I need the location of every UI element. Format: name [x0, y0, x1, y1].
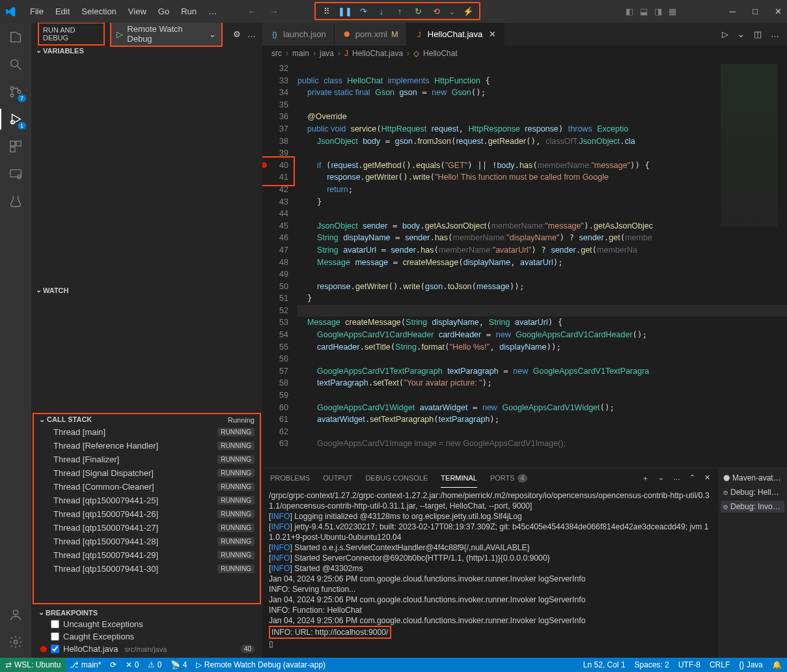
file-icon: {} [270, 30, 279, 39]
nav-back-icon[interactable]: ← [248, 7, 256, 16]
maximize-panel-icon[interactable]: ⌃ [689, 473, 695, 483]
search-icon[interactable] [8, 57, 23, 72]
account-icon[interactable] [8, 607, 23, 623]
new-terminal-icon[interactable]: ＋ [642, 473, 649, 483]
testing-icon[interactable] [8, 193, 23, 209]
callstack-thread[interactable]: Thread [qtp1500079441-30]RUNNING [34, 562, 260, 576]
menu-selection[interactable]: Selection [76, 4, 121, 19]
tab-ports[interactable]: PORTS4 [490, 469, 527, 487]
maximize-icon[interactable]: □ [752, 7, 758, 16]
encoding[interactable]: UTF-8 [678, 660, 700, 669]
step-into-icon[interactable]: ↓ [376, 5, 387, 17]
more-icon[interactable]: … [673, 473, 680, 483]
terminal-output[interactable]: /grpc/grpc-context/1.27.2/grpc-context-1… [262, 488, 718, 658]
step-over-icon[interactable]: ↷ [357, 5, 369, 17]
variables-section: ⌄VARIABLES [31, 45, 262, 285]
remote-icon[interactable] [8, 166, 23, 182]
menu-run[interactable]: Run [176, 4, 202, 19]
chevron-down-icon[interactable]: ⌄ [658, 473, 664, 483]
watch-header[interactable]: ⌄WATCH [31, 285, 262, 296]
sync-icon[interactable]: ⟳ [110, 660, 117, 669]
minimap[interactable] [721, 64, 778, 227]
debug-config-select[interactable]: ▷ Remote Watch Debug ⌄ [110, 23, 223, 47]
breakpoints-header[interactable]: ⌄BREAKPOINTS [34, 607, 260, 618]
menu-go[interactable]: Go [153, 4, 174, 19]
callstack-thread[interactable]: Thread [Finalizer]RUNNING [34, 453, 260, 466]
hot-reload-icon[interactable]: ⚡ [462, 5, 474, 17]
gear-icon[interactable] [8, 634, 23, 650]
callstack-thread[interactable]: Thread [qtp1500079441-28]RUNNING [34, 535, 260, 548]
activity-bar: 7 1 [0, 23, 31, 658]
editor-tab[interactable]: ⬣pom.xmlM [335, 23, 407, 46]
language[interactable]: {} Java [739, 660, 763, 669]
terminal-instance[interactable]: ⌾Debug: Invo… [721, 501, 784, 512]
breadcrumb[interactable]: src› main› java› JHelloChat.java› ◇Hello… [262, 46, 787, 61]
nav-fwd-icon[interactable]: → [269, 7, 278, 16]
tab-problems[interactable]: PROBLEMS [270, 469, 310, 487]
chevron-down-icon[interactable]: ⌄ [738, 29, 745, 39]
debug-toolbar: ⠿ ❚❚ ↷ ↓ ↑ ↻ ⟲ ⌄ ⚡ [314, 2, 480, 20]
titlebar: File Edit Selection View Go Run … ← → ⠿ … [0, 0, 787, 23]
indent[interactable]: Spaces: 2 [635, 660, 669, 669]
callstack-thread[interactable]: Thread [qtp1500079441-27]RUNNING [34, 521, 260, 535]
debug-status[interactable]: ▷ Remote Watch Debug (avatar-app) [196, 660, 325, 669]
callstack-thread[interactable]: Thread [Common-Cleaner]RUNNING [34, 480, 260, 494]
extensions-icon[interactable] [8, 139, 23, 154]
callstack-thread[interactable]: Thread [qtp1500079441-29]RUNNING [34, 548, 260, 562]
explorer-icon[interactable] [8, 29, 23, 45]
terminal-instance[interactable]: ⬣Maven-avat… [721, 472, 784, 484]
source-control-icon[interactable]: 7 [8, 84, 23, 100]
callstack-header[interactable]: ⌄ CALL STACK Running [34, 414, 260, 425]
callstack-thread[interactable]: Thread [Reference Handler]RUNNING [34, 439, 260, 453]
tab-terminal[interactable]: TERMINAL [441, 469, 477, 488]
nav-arrows: ← → [248, 7, 278, 16]
callstack-thread[interactable]: Thread [qtp1500079441-26]RUNNING [34, 507, 260, 521]
callstack-thread[interactable]: Thread [Signal Dispatcher]RUNNING [34, 466, 260, 480]
cursor-position[interactable]: Ln 52, Col 1 [583, 660, 626, 669]
disconnect-icon[interactable]: ⟲ [430, 5, 442, 17]
tab-debug-console[interactable]: DEBUG CONSOLE [365, 469, 428, 487]
step-out-icon[interactable]: ↑ [394, 5, 406, 17]
restart-icon[interactable]: ↻ [412, 5, 424, 17]
callstack-thread[interactable]: Thread [main]RUNNING [34, 425, 260, 439]
errors[interactable]: ✕ 0 [126, 660, 139, 669]
breakpoint-uncaught[interactable]: Uncaught Exceptions [34, 618, 260, 630]
split-icon[interactable]: ◫ [754, 29, 762, 39]
close-panel-icon[interactable]: ✕ [704, 473, 710, 483]
panel-right-icon[interactable]: ◨ [654, 7, 662, 16]
layout-grid-icon[interactable]: ▦ [669, 7, 676, 16]
breakpoint-file[interactable]: HelloChat.java src/main/java 40 [34, 643, 260, 655]
debug-icon[interactable]: 1 [8, 111, 23, 127]
panel-bottom-icon[interactable]: ⬓ [640, 7, 648, 16]
editor-tab[interactable]: JHelloChat.java✕ [407, 23, 505, 46]
minimize-icon[interactable]: ─ [730, 7, 736, 16]
tab-output[interactable]: OUTPUT [323, 469, 352, 487]
menu-view[interactable]: View [123, 4, 152, 19]
terminal-instance[interactable]: ⌾Debug: Hell… [721, 486, 784, 498]
menu-file[interactable]: File [25, 4, 49, 19]
run-icon[interactable]: ▷ [722, 29, 728, 39]
menu-edit[interactable]: Edit [50, 4, 75, 19]
ports-status[interactable]: 📡 4 [171, 660, 187, 669]
editor-tab[interactable]: {}launch.json [262, 23, 335, 46]
drag-handle-icon[interactable]: ⠿ [321, 5, 333, 17]
svg-point-11 [14, 640, 18, 644]
remote-indicator[interactable]: ⇄ WSL: Ubuntu [0, 658, 66, 672]
close-icon[interactable]: ✕ [489, 29, 496, 39]
notifications-icon[interactable]: 🔔 [772, 660, 782, 669]
variables-header[interactable]: ⌄VARIABLES [31, 45, 262, 56]
close-icon[interactable]: ✕ [775, 7, 782, 16]
breakpoint-caught[interactable]: Caught Exceptions [34, 630, 260, 643]
pause-icon[interactable]: ❚❚ [339, 5, 351, 17]
eol[interactable]: CRLF [710, 660, 730, 669]
gear-icon[interactable]: ⚙ [233, 29, 241, 39]
git-branch[interactable]: ⎇ main* [70, 660, 101, 669]
menu-more[interactable]: … [203, 4, 222, 19]
code-editor[interactable]: 3233343536373839404142434445464748495051… [262, 61, 787, 468]
warnings[interactable]: ⚠ 0 [148, 660, 161, 669]
more-icon[interactable]: … [771, 29, 779, 39]
chevron-down-icon[interactable]: ⌄ [449, 7, 456, 16]
panel-left-icon[interactable]: ◧ [626, 7, 633, 16]
callstack-thread[interactable]: Thread [qtp1500079441-25]RUNNING [34, 494, 260, 507]
more-icon[interactable]: … [247, 29, 256, 39]
